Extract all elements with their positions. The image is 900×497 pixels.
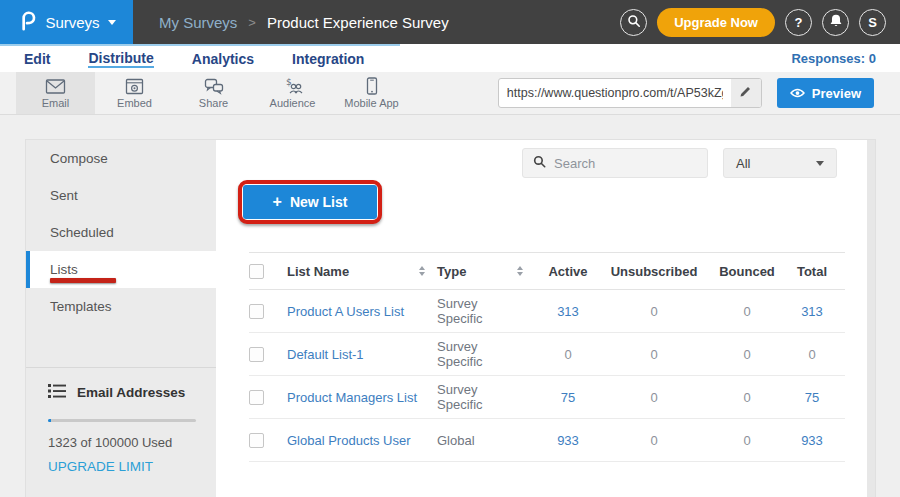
sidebar-item-lists[interactable]: Lists [26,251,216,288]
active-count[interactable]: 75 [537,390,599,405]
email-distribute-card: Compose Sent Scheduled Lists Templates E… [25,139,876,497]
bounced-count: 0 [709,347,785,362]
bounced-count: 0 [709,390,785,405]
filter-value: All [736,156,750,171]
tab-integration[interactable]: Integration [292,49,364,67]
dollar-people-icon: $ [283,77,303,95]
filter-dropdown[interactable]: All [723,148,837,178]
tab-edit[interactable]: Edit [24,49,50,67]
tab-distribute[interactable]: Distribute [88,48,153,68]
header-total: Total [785,264,839,279]
questionpro-logo-icon [17,9,37,35]
search-icon [533,154,546,172]
list-name-link[interactable]: Product Managers List [287,390,417,405]
smartphone-icon [366,77,378,95]
toolbar-item-mobile-app[interactable]: Mobile App [332,72,411,114]
plus-icon: + [273,193,282,211]
list-name-link[interactable]: Global Products User [287,433,411,448]
chevron-down-icon [816,161,824,166]
total-count[interactable]: 75 [785,390,839,405]
notifications-button[interactable] [822,9,849,36]
search-button[interactable] [620,9,647,36]
list-name-link[interactable]: Product A Users List [287,304,404,319]
toolbar-item-audience[interactable]: $ Audience [253,72,332,114]
toolbar-item-label: Email [42,97,70,109]
svg-text:$: $ [286,77,292,87]
header-type-label: Type [437,264,466,279]
email-addresses-title: Email Addresses [77,385,185,400]
avatar-letter: S [868,15,877,30]
upgrade-now-button[interactable]: Upgrade Now [657,8,775,37]
toolbar-item-label: Audience [270,97,316,109]
top-header: Surveys My Surveys > Product Experience … [0,0,900,44]
toolbar-item-share[interactable]: Share [174,72,253,114]
bounced-count: 0 [709,304,785,319]
total-count[interactable]: 313 [785,304,839,319]
list-name-link[interactable]: Default List-1 [287,347,364,362]
new-list-button[interactable]: + New List [243,185,377,219]
toolbar-right: Preview [498,72,900,114]
header-checkbox-cell [249,264,287,279]
table-header-row: List Name Type Active Unsubscribed Bounc… [249,252,845,290]
row-checkbox[interactable] [249,433,264,448]
row-checkbox[interactable] [249,390,264,405]
search-icon [627,14,641,31]
pencil-icon [739,84,752,102]
page-title: Product Experience Survey [267,14,449,31]
annotation-highlight-new-list: + New List [238,180,382,224]
survey-url-input[interactable] [499,79,731,107]
usage-progress-fill [48,419,51,422]
sidebar-item-lists-label: Lists [50,262,78,277]
unsubscribed-count: 0 [599,390,709,405]
breadcrumb-parent[interactable]: My Surveys [159,14,237,31]
row-checkbox[interactable] [249,304,264,319]
active-count: 0 [537,347,599,362]
toolbar-item-label: Share [199,97,228,109]
sidebar-item-compose[interactable]: Compose [26,140,216,177]
preview-button[interactable]: Preview [777,78,874,108]
usage-progress-bar [48,419,196,422]
active-count[interactable]: 313 [537,304,599,319]
header-active: Active [537,264,599,279]
sidebar-item-sent[interactable]: Sent [26,177,216,214]
sidebar-item-templates[interactable]: Templates [26,288,216,325]
survey-tabbar: Edit Distribute Analytics Integration Re… [0,44,900,72]
list-type: Global [437,433,537,448]
list-type: Survey Specific [437,296,537,326]
header-unsubscribed: Unsubscribed [599,264,709,279]
list-type: Survey Specific [437,382,537,412]
list-controls: All [216,140,875,178]
search-input[interactable] [554,156,697,171]
toolbar-item-embed[interactable]: Embed [95,72,174,114]
lists-main: All + New List [216,140,875,497]
sort-icon[interactable] [517,266,523,276]
eye-icon [790,86,805,101]
active-count[interactable]: 933 [537,433,599,448]
usage-text: 1323 of 100000 Used [48,435,200,450]
unsubscribed-count: 0 [599,433,709,448]
total-count[interactable]: 933 [785,433,839,448]
total-count: 0 [785,347,839,362]
sidebar-item-scheduled[interactable]: Scheduled [26,214,216,251]
edit-url-button[interactable] [731,79,761,107]
select-all-checkbox[interactable] [249,264,264,279]
row-checkbox[interactable] [249,347,264,362]
product-switcher[interactable]: Surveys [0,0,133,44]
unsubscribed-count: 0 [599,304,709,319]
help-button[interactable]: ? [785,9,812,36]
content-area: Compose Sent Scheduled Lists Templates E… [0,115,900,497]
upgrade-limit-link[interactable]: UPGRADE LIMIT [48,459,153,474]
responses-count[interactable]: Responses: 0 [791,51,876,66]
sort-icon[interactable] [419,266,425,276]
tab-analytics[interactable]: Analytics [192,49,254,67]
distribute-toolbar: Email Embed Share $ Audience Mobile App [0,72,900,115]
header-actions: Upgrade Now ? S [620,8,900,37]
envelope-icon [45,78,66,95]
toolbar-item-email[interactable]: Email [16,72,95,114]
scrollbar[interactable] [867,140,875,497]
avatar[interactable]: S [859,9,886,36]
header-list-name-label: List Name [287,264,349,279]
list-search-box [522,148,708,178]
product-menu-label: Surveys [45,14,99,31]
new-list-zone: + New List [238,180,382,224]
